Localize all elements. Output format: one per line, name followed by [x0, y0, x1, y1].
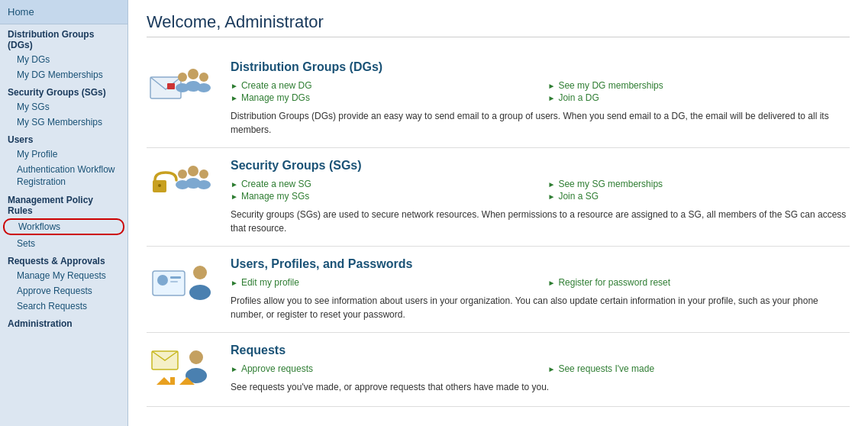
sidebar-item-workflows[interactable]: Workflows — [3, 218, 124, 235]
svg-point-14 — [178, 169, 187, 179]
sidebar-item-my-dgs[interactable]: My DGs — [0, 52, 127, 67]
user-body: Users, Profiles, and Passwords ►Edit my … — [231, 257, 850, 321]
svg-rect-1 — [167, 83, 175, 89]
arrow-icon: ► — [231, 192, 238, 201]
sidebar-item-approve-requests[interactable]: Approve Requests — [0, 283, 127, 299]
arrow-icon: ► — [548, 180, 556, 189]
sidebar-item-my-sgs[interactable]: My SGs — [0, 99, 127, 115]
arrow-icon: ► — [548, 82, 556, 90]
dg-desc: Distribution Groups (DGs) provide an eas… — [231, 109, 850, 137]
sidebar-section-sg: Security Groups (SGs) — [0, 82, 127, 99]
svg-point-4 — [199, 73, 208, 82]
sg-section: Security Groups (SGs) ►Create a new SG ►… — [147, 148, 850, 247]
arrow-icon: ► — [231, 365, 238, 373]
user-desc: Profiles allow you to see information ab… — [231, 294, 850, 321]
svg-point-20 — [193, 266, 207, 279]
user-links: ►Edit my profile ►Register for password … — [231, 277, 850, 288]
sidebar-item-my-sg-memberships[interactable]: My SG Memberships — [0, 115, 127, 130]
dg-title: Distribution Groups (DGs) — [231, 60, 850, 74]
req-title: Requests — [231, 344, 850, 357]
sg-link-create[interactable]: ►Create a new SG — [231, 179, 533, 189]
svg-point-6 — [178, 73, 187, 82]
arrow-icon: ► — [231, 180, 238, 189]
req-icon — [147, 344, 215, 395]
arrow-icon: ► — [548, 365, 556, 373]
req-link-see[interactable]: ►See requests I've made — [548, 363, 850, 374]
svg-point-15 — [176, 180, 189, 189]
sg-links: ►Create a new SG ►See my SG memberships … — [231, 179, 850, 202]
sidebar-item-search-requests[interactable]: Search Requests — [0, 299, 127, 314]
dg-links: ►Create a new DG ►See my DG memberships … — [231, 80, 850, 103]
arrow-icon: ► — [548, 94, 556, 102]
sidebar-item-sets[interactable]: Sets — [0, 236, 127, 251]
sidebar-item-manage-requests[interactable]: Manage My Requests — [0, 268, 127, 283]
arrow-icon: ► — [231, 279, 238, 287]
user-title: Users, Profiles, and Passwords — [231, 257, 850, 271]
svg-point-21 — [189, 285, 211, 300]
sidebar-section-dg: Distribution Groups (DGs) — [0, 24, 127, 52]
arrow-icon: ► — [548, 279, 556, 287]
arrow-icon: ► — [231, 94, 238, 102]
svg-rect-25 — [170, 377, 175, 385]
svg-rect-18 — [170, 276, 181, 279]
sg-title: Security Groups (SGs) — [231, 159, 850, 173]
req-body: Requests ►Approve requests ►See requests… — [231, 344, 850, 394]
sidebar-section-users: Users — [0, 130, 127, 147]
arrow-icon: ► — [231, 82, 238, 90]
page-title: Welcome, Administrator — [147, 12, 850, 37]
sidebar-home[interactable]: Home — [0, 0, 127, 24]
sg-link-manage[interactable]: ►Manage my SGs — [231, 191, 533, 202]
svg-point-7 — [176, 83, 189, 92]
sg-body: Security Groups (SGs) ►Create a new SG ►… — [231, 159, 850, 235]
dg-link-create[interactable]: ►Create a new DG — [231, 80, 533, 91]
user-icon — [147, 257, 215, 309]
sg-icon — [147, 159, 215, 211]
user-section: Users, Profiles, and Passwords ►Edit my … — [147, 247, 850, 333]
sidebar: Home Distribution Groups (DGs) My DGs My… — [0, 0, 128, 426]
svg-rect-16 — [153, 271, 185, 295]
req-desc: See requests you've made, or approve req… — [231, 380, 850, 394]
req-link-approve[interactable]: ►Approve requests — [231, 363, 533, 374]
svg-point-17 — [157, 275, 168, 286]
sidebar-section-requests: Requests & Approvals — [0, 251, 127, 268]
svg-point-9 — [158, 184, 161, 187]
svg-point-13 — [197, 180, 211, 189]
user-link-edit[interactable]: ►Edit my profile — [231, 277, 533, 288]
dg-link-join[interactable]: ►Join a DG — [548, 92, 850, 103]
req-links: ►Approve requests ►See requests I've mad… — [231, 363, 850, 374]
req-section: Requests ►Approve requests ►See requests… — [147, 333, 850, 407]
main-content: Welcome, Administrator Distribution Grou… — [128, 0, 868, 426]
dg-icon — [147, 60, 215, 112]
sidebar-section-mpr: Management Policy Rules — [0, 190, 127, 218]
sidebar-item-my-profile[interactable]: My Profile — [0, 147, 127, 162]
dg-body: Distribution Groups (DGs) ►Create a new … — [231, 60, 850, 137]
arrow-icon: ► — [548, 192, 556, 201]
svg-point-12 — [199, 169, 208, 179]
sidebar-item-auth-workflow[interactable]: Authentication Workflow Registration — [0, 162, 127, 190]
sidebar-section-admin: Administration — [0, 314, 127, 331]
sg-desc: Security groups (SGs) are used to secure… — [231, 208, 850, 235]
svg-point-10 — [188, 166, 198, 176]
sg-link-join[interactable]: ►Join a SG — [548, 191, 850, 202]
dg-link-see-memberships[interactable]: ►See my DG memberships — [548, 80, 850, 91]
svg-point-23 — [189, 350, 203, 364]
dg-link-manage[interactable]: ►Manage my DGs — [231, 92, 533, 103]
dg-section: Distribution Groups (DGs) ►Create a new … — [147, 50, 850, 148]
sidebar-item-my-dg-memberships[interactable]: My DG Memberships — [0, 67, 127, 82]
svg-point-5 — [197, 83, 211, 92]
sg-link-see-memberships[interactable]: ►See my SG memberships — [548, 179, 850, 189]
svg-rect-19 — [170, 281, 178, 282]
user-link-password[interactable]: ►Register for password reset — [548, 277, 850, 288]
svg-point-2 — [188, 69, 198, 79]
